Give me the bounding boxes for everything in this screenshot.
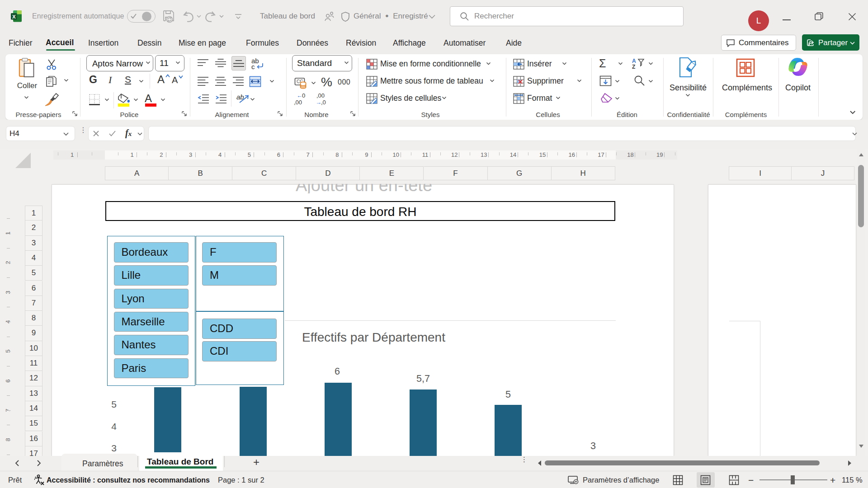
svg-text:,00: ,00 — [316, 92, 325, 99]
svg-text:A: A — [632, 58, 636, 64]
svg-text:Z: Z — [632, 64, 635, 70]
svg-text:,0: ,0 — [321, 99, 326, 106]
svg-text:0: 0 — [302, 92, 305, 99]
svg-text:,00: ,00 — [294, 99, 302, 106]
